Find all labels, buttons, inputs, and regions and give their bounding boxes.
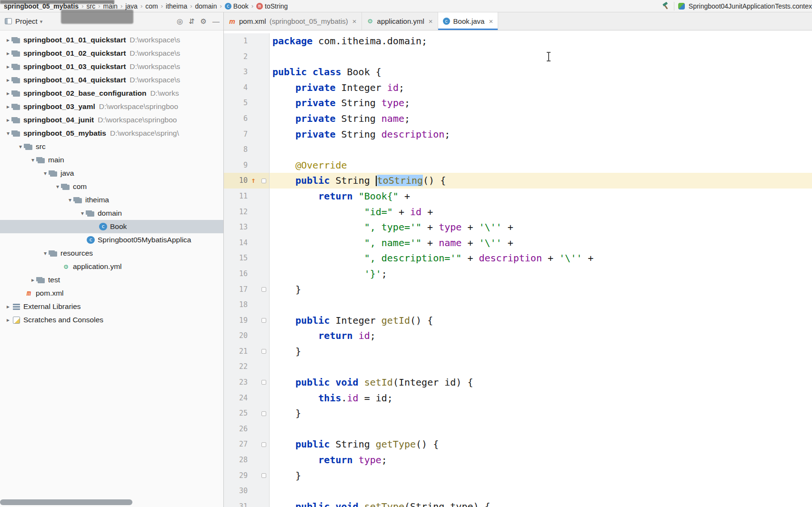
- chevron-collapsed-icon[interactable]: ▸: [4, 73, 12, 87]
- tree-item-springboot_04_junit[interactable]: ▸springboot_04_junitD:\workspace\springb…: [0, 113, 223, 127]
- code-line-21[interactable]: 21 }: [224, 344, 812, 359]
- fold-icon[interactable]: [261, 287, 266, 292]
- tab-pom.xml[interactable]: pom.xml (springboot_05_mybatis)×: [224, 12, 362, 30]
- gutter[interactable]: 1: [224, 33, 270, 49]
- fold-marker[interactable]: [259, 380, 269, 385]
- code-line-5[interactable]: 5 private String type;: [224, 95, 812, 111]
- gutter[interactable]: 25: [224, 406, 270, 421]
- run-configuration-icon[interactable]: [678, 3, 685, 10]
- code-line-22[interactable]: 22: [224, 359, 812, 375]
- gutter[interactable]: 24: [224, 390, 270, 406]
- tree-item-test[interactable]: ▸test: [0, 273, 223, 287]
- gutter[interactable]: 10↑: [224, 173, 270, 189]
- code-line-15[interactable]: 15 ", description='" + description + '\'…: [224, 250, 812, 266]
- code-line-26[interactable]: 26: [224, 421, 812, 437]
- code-text[interactable]: [270, 483, 272, 499]
- tree-item-springboot_01_01_quickstart[interactable]: ▸springboot_01_01_quickstartD:\workspace…: [0, 33, 223, 47]
- code-line-13[interactable]: 13 ", type='" + type + '\'' +: [224, 219, 812, 235]
- fold-marker[interactable]: [259, 349, 269, 354]
- code-editor[interactable]: 1package com.itheima.domain;23public cla…: [224, 30, 812, 507]
- code-text[interactable]: public void setType(String type) {: [270, 499, 491, 507]
- build-hammer-icon[interactable]: [662, 2, 670, 10]
- code-text[interactable]: [270, 49, 272, 65]
- close-icon[interactable]: ×: [352, 17, 357, 25]
- code-line-31[interactable]: 31 public void setType(String type) {: [224, 499, 812, 507]
- code-text[interactable]: public class Book {: [270, 64, 381, 80]
- code-line-3[interactable]: 3public class Book {: [224, 64, 812, 80]
- gutter[interactable]: 19: [224, 313, 270, 328]
- breadcrumb-item-com[interactable]: com: [144, 2, 159, 10]
- chevron-expanded-icon[interactable]: ▾: [53, 180, 62, 193]
- code-text[interactable]: return id;: [270, 328, 376, 344]
- breadcrumb-item-src[interactable]: src: [86, 2, 97, 10]
- gutter[interactable]: 29: [224, 468, 270, 484]
- code-text[interactable]: }: [270, 282, 301, 298]
- code-text[interactable]: this.id = id;: [270, 390, 393, 406]
- gutter[interactable]: 6: [224, 111, 270, 127]
- code-text[interactable]: private String type;: [270, 95, 410, 111]
- code-line-14[interactable]: 14 ", name='" + name + '\'' +: [224, 235, 812, 251]
- tree-item-itheima[interactable]: ▾itheima: [0, 193, 223, 207]
- code-line-10[interactable]: 10↑ public String toString() {: [224, 173, 812, 189]
- chevron-expanded-icon[interactable]: ▾: [29, 153, 37, 167]
- code-text[interactable]: [270, 142, 272, 158]
- fold-icon[interactable]: [261, 179, 266, 183]
- code-line-6[interactable]: 6 private String name;: [224, 111, 812, 127]
- code-line-20[interactable]: 20 return id;: [224, 328, 812, 344]
- code-line-28[interactable]: 28 return type;: [224, 452, 812, 468]
- fold-marker[interactable]: [259, 318, 269, 323]
- fold-marker[interactable]: [259, 473, 269, 478]
- code-text[interactable]: '}';: [270, 266, 387, 282]
- gutter[interactable]: 16: [224, 266, 270, 282]
- chevron-down-icon[interactable]: ▾: [40, 19, 43, 25]
- tab-application.yml[interactable]: application.yml×: [362, 12, 438, 30]
- settings-icon[interactable]: ⚙: [200, 17, 207, 26]
- code-line-11[interactable]: 11 return "Book{" +: [224, 189, 812, 204]
- code-line-17[interactable]: 17 }: [224, 282, 812, 298]
- tree-item-Springboot05MybatisApplica[interactable]: Springboot05MybatisApplica: [0, 233, 223, 247]
- collapse-all-icon[interactable]: ⇵: [189, 17, 195, 26]
- chevron-expanded-icon[interactable]: ▾: [41, 167, 50, 180]
- code-line-16[interactable]: 16 '}';: [224, 266, 812, 282]
- code-text[interactable]: [270, 421, 272, 437]
- gutter[interactable]: 12: [224, 204, 270, 220]
- breadcrumb-item-main[interactable]: main: [102, 2, 119, 10]
- code-text[interactable]: public Integer getId() {: [270, 313, 433, 328]
- code-text[interactable]: [270, 359, 272, 375]
- code-line-4[interactable]: 4 private Integer id;: [224, 80, 812, 96]
- code-line-2[interactable]: 2: [224, 49, 812, 65]
- code-text[interactable]: }: [270, 468, 301, 484]
- tree-item-domain[interactable]: ▾domain: [0, 207, 223, 220]
- code-text[interactable]: }: [270, 344, 301, 359]
- fold-icon[interactable]: [261, 473, 266, 478]
- gutter[interactable]: 27: [224, 437, 270, 452]
- code-text[interactable]: return "Book{" +: [270, 189, 410, 204]
- breadcrumb-item-itheima[interactable]: itheima: [165, 2, 188, 10]
- tree-item-resources[interactable]: ▾resources: [0, 247, 223, 260]
- code-text[interactable]: ", type='" + type + '\'' +: [270, 219, 513, 235]
- code-text[interactable]: private String name;: [270, 111, 410, 127]
- tree-item-main[interactable]: ▾main: [0, 153, 223, 167]
- chevron-expanded-icon[interactable]: ▾: [16, 140, 25, 153]
- gutter[interactable]: 14: [224, 235, 270, 251]
- gutter[interactable]: 30: [224, 483, 270, 499]
- gutter[interactable]: 7: [224, 127, 270, 142]
- close-icon[interactable]: ×: [429, 17, 433, 25]
- tab-Book.java[interactable]: Book.java×: [438, 12, 499, 30]
- code-text[interactable]: @Override: [270, 158, 347, 173]
- chevron-collapsed-icon[interactable]: ▸: [29, 273, 37, 287]
- run-configuration-selector[interactable]: Springboot04JunitApplicationTests.contex: [689, 2, 812, 10]
- gutter[interactable]: 11: [224, 189, 270, 204]
- tree-item-Book[interactable]: Book: [0, 220, 223, 233]
- fold-icon[interactable]: [261, 380, 266, 385]
- tree-item-springboot_05_mybatis[interactable]: ▾springboot_05_mybatisD:\workspace\sprin…: [0, 127, 223, 140]
- code-line-7[interactable]: 7 private String description;: [224, 127, 812, 142]
- gutter[interactable]: 3: [224, 64, 270, 80]
- gutter[interactable]: 2: [224, 49, 270, 65]
- gutter[interactable]: 8: [224, 142, 270, 158]
- chevron-collapsed-icon[interactable]: ▸: [4, 100, 12, 113]
- gutter[interactable]: 28: [224, 452, 270, 468]
- gutter[interactable]: 13: [224, 219, 270, 235]
- fold-icon[interactable]: [261, 318, 266, 323]
- code-text[interactable]: ", name='" + name + '\'' +: [270, 235, 513, 251]
